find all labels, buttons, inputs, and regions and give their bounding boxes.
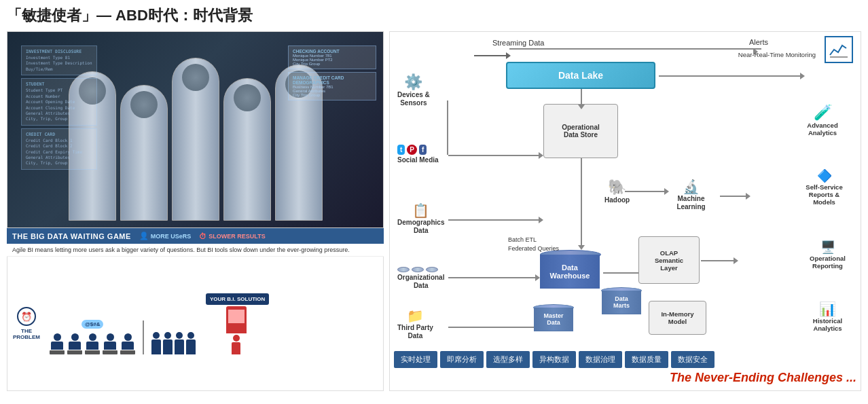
- inmemory-node: In-Memory Model: [649, 301, 706, 335]
- near-real-time-label: Near-Real-Time Monitoring: [734, 51, 816, 58]
- elephant-icon: 🐘: [604, 179, 630, 196]
- gear-icon: ⚙️: [397, 73, 430, 91]
- person-6: [151, 332, 161, 354]
- streaming-data-label: Streaming Data: [492, 39, 544, 47]
- clock-icon: ⏰: [17, 307, 36, 326]
- queue-divider: [143, 320, 144, 354]
- table-icon: 📋: [412, 203, 429, 218]
- marts-cyl: Data Marts: [601, 287, 642, 314]
- cyl-body: Data Warehouse: [540, 255, 600, 289]
- silo-image: INVESTMENT DISCLOSURE Investment Type 81…: [7, 31, 384, 228]
- person-2: [67, 333, 82, 354]
- person-7: [163, 332, 173, 354]
- arrow-lake-adv: [659, 75, 801, 77]
- waiting-title: THE BIG DATA WAITING GAME: [12, 232, 131, 240]
- tag-0: 实时处理: [394, 351, 437, 368]
- bottom-tags: 实时处理即席分析选型多样异构数据数据治理数据质量数据安全: [394, 351, 856, 368]
- silo-2: [120, 85, 168, 221]
- marts-cyl-body: Data Marts: [602, 291, 641, 314]
- vert-ops-dw: [581, 158, 582, 246]
- data-overlay: INVESTMENT DISCLOSURE Investment Type 81…: [21, 45, 97, 172]
- third-party-node: 📁 Third PartyData: [397, 308, 433, 340]
- federated-label: Federated Queries: [508, 245, 559, 252]
- data-box-2: STUDENT Student Type PT Account Number A…: [21, 78, 97, 125]
- standing-people: [151, 332, 196, 354]
- presenter: [232, 335, 240, 354]
- alerts-label: Alerts: [749, 38, 768, 46]
- waiting-bar: THE BIG DATA WAITING GAME 👤 MORE USeRS ⏱…: [7, 228, 384, 244]
- thought-bubble: @$#&: [82, 320, 103, 329]
- main-container: 「敏捷使者」— ABD时代：时代背景 INVESTMENT DISCLOSURE…: [0, 0, 868, 404]
- org-data-label: OrganizationalData: [397, 274, 444, 290]
- third-party-label: Third PartyData: [397, 324, 433, 340]
- twitter-icon: t: [397, 145, 405, 155]
- adv-analytics-node: 🧪 Advanced Analytics: [792, 104, 853, 136]
- self-service-node: 🔷 Self-Service Reports & Models: [795, 168, 853, 206]
- more-users: 👤 MORE USeRS: [139, 232, 192, 240]
- bi-solution-box: YOUR B.I. SOLUTION: [206, 293, 269, 305]
- dw-node: Data Warehouse: [540, 250, 601, 289]
- master-data-node: Master Data: [533, 304, 574, 331]
- org-data-node: OrganizationalData: [397, 267, 444, 290]
- tag-1: 即席分析: [440, 351, 484, 368]
- olap-node: OLAP Semantic Layer: [638, 236, 700, 284]
- arr-lake-adv: [800, 73, 808, 79]
- arr-olap-opr: [734, 257, 742, 264]
- people-row: @$#&: [50, 293, 378, 354]
- data-marts-node: Data Marts: [601, 287, 642, 314]
- facebook-icon: f: [419, 145, 427, 155]
- data-box-1: INVESTMENT DISCLOSURE Investment Type 81…: [21, 45, 97, 75]
- right-panel: Streaming Data Alerts Near-Real-Time Mon…: [389, 31, 861, 391]
- lake-to-ops: [581, 89, 582, 106]
- slower-results: ⏱ SLOWER RESULTS: [199, 232, 265, 240]
- arrow-devices-lake: [474, 55, 508, 56]
- arrow-org-dw: [448, 277, 537, 278]
- dw-cylinder: Data Warehouse: [540, 250, 601, 289]
- tag-6: 数据安全: [671, 351, 715, 368]
- ml-label: Machine Learning: [666, 195, 717, 211]
- db-stack-org: [397, 267, 444, 272]
- person-1: [50, 333, 65, 354]
- network-icon: 🔷: [795, 168, 853, 183]
- person-3: @$#&: [85, 333, 100, 354]
- ml-node: 🔬 Machine Learning: [666, 179, 717, 211]
- arrow-olap-opreport: [701, 260, 735, 261]
- arrow-social-ops: [448, 155, 540, 156]
- content-row: INVESTMENT DISCLOSURE Investment Type 81…: [7, 31, 861, 391]
- arrow-third-dw: [448, 327, 537, 328]
- tag-4: 数据治理: [579, 351, 622, 368]
- presenter-area: YOUR B.I. SOLUTION: [203, 293, 269, 354]
- bottom-section: ⏰ THE PROBLEM: [7, 257, 384, 391]
- screen: [226, 306, 247, 333]
- arrow-dw-olap: [603, 272, 640, 274]
- master-cyl: Master Data: [533, 304, 574, 331]
- arr-hadoop-ml: [664, 188, 672, 195]
- data-lake-box: Data Lake: [506, 62, 655, 89]
- bar-chart-icon: 📊: [802, 301, 853, 317]
- person-9: [186, 332, 196, 354]
- arr-lake-ops: [578, 105, 585, 113]
- tag-2: 选型多样: [486, 351, 530, 368]
- person-icon: 👤: [139, 232, 149, 240]
- pinterest-icon: P: [407, 145, 417, 155]
- data-box-4: CHECKING ACCOUNT Monique Number 781 Moni…: [288, 45, 376, 69]
- sitting-people: @$#&: [50, 333, 135, 354]
- disk-1: [397, 267, 410, 272]
- folder-icon: 📁: [407, 308, 424, 323]
- page-title: 「敏捷使者」— ABD时代：时代背景: [7, 5, 861, 26]
- silo-3: [172, 58, 219, 221]
- hadoop-label: Hadoop: [604, 196, 630, 204]
- challenges-text: The Never-Ending Challenges ...: [394, 371, 856, 385]
- chart-svg: [829, 41, 849, 58]
- hist-analytics-node: 📊 Historical Analytics: [802, 301, 853, 332]
- beaker-icon: 🧪: [792, 104, 853, 122]
- problem-label: ⏰ THE PROBLEM: [13, 307, 40, 340]
- person-8: [175, 332, 184, 354]
- arr-ml-ss: [746, 193, 754, 200]
- waiting-desc: Agile BI means letting more users ask a …: [7, 244, 384, 257]
- batch-etl-label: Batch ETL: [508, 236, 537, 243]
- right-data-overlay: CHECKING ACCOUNT Monique Number 781 Moni…: [288, 45, 376, 103]
- person-5: [120, 333, 135, 354]
- data-box-5: MANAGE CREDIT CARD DEMOGRAPHICS Business…: [288, 72, 376, 100]
- op-reporting-node: 🖥️ Operational Reporting: [802, 240, 853, 270]
